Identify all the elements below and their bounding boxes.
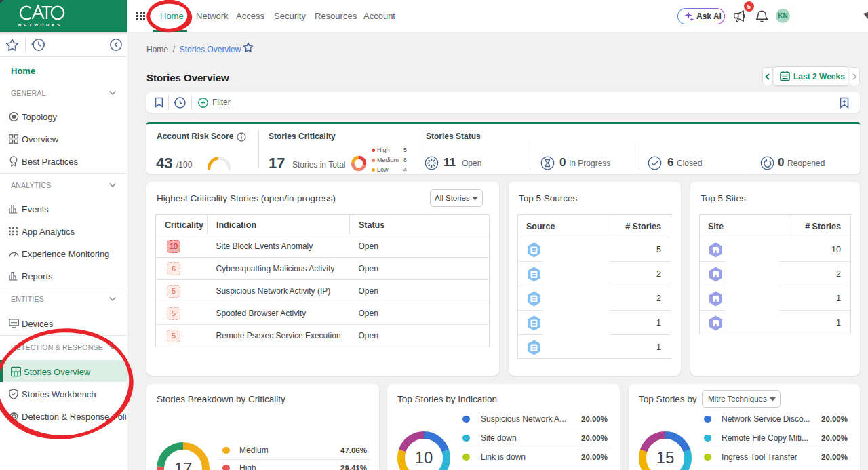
svg-text:10: 10 bbox=[415, 448, 433, 467]
svg-text:NETWORKS: NETWORKS bbox=[18, 22, 62, 27]
svg-text:15: 15 bbox=[656, 448, 675, 467]
svg-text:17: 17 bbox=[174, 459, 193, 470]
